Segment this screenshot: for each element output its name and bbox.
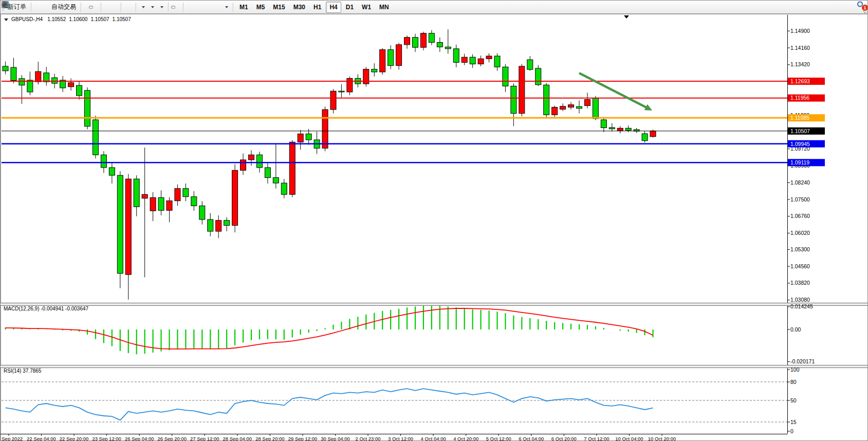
- svg-text:0.014245: 0.014245: [790, 303, 813, 309]
- macd-main-value: -0.004941: [41, 306, 64, 311]
- hline-button[interactable]: [191, 6, 195, 9]
- svg-text:27 Sep 12:00: 27 Sep 12:00: [190, 436, 219, 441]
- chevron-down-icon[interactable]: [151, 6, 154, 8]
- indicators-button[interactable]: [139, 5, 147, 10]
- templates-button[interactable]: [157, 5, 165, 10]
- autoscroll-button[interactable]: [124, 6, 128, 9]
- svg-text:2 Oct 23:00: 2 Oct 23:00: [355, 436, 380, 441]
- svg-text:1.03080: 1.03080: [790, 297, 810, 303]
- chevron-down-icon[interactable]: [225, 6, 228, 8]
- svg-text:1.06020: 1.06020: [790, 230, 810, 236]
- symbol-period-label: GBPUSD-,H4: [11, 16, 43, 22]
- svg-text:21 Sep 2022: 21 Sep 2022: [1, 436, 23, 441]
- autotrading-button[interactable]: 自动交易: [49, 1, 78, 13]
- chart-canvas[interactable]: 1.149001.141601.134201.112001.097201.089…: [1, 14, 868, 441]
- signals-button[interactable]: [44, 6, 48, 9]
- line-chart-button[interactable]: [94, 6, 98, 9]
- candlestick-button[interactable]: [89, 6, 93, 9]
- toolbar-separator: [183, 3, 183, 12]
- chart-ohlc-readout: GBPUSD-,H41.105521.106001.105071.10507: [4, 16, 134, 22]
- tf-m30[interactable]: M30: [290, 2, 309, 13]
- chevron-down-icon[interactable]: [142, 6, 145, 8]
- tf-w1[interactable]: W1: [358, 2, 375, 13]
- hammer-button[interactable]: [34, 6, 38, 9]
- cursor-button[interactable]: [171, 6, 175, 9]
- mt4-application-window: 新订单自动交易EFATM1M5M15M30H1H4D1W1MN1 1.14900…: [0, 0, 868, 441]
- vline-button[interactable]: [186, 6, 190, 9]
- chat-button[interactable]: 1: [862, 6, 866, 9]
- collapse-ohlc-icon[interactable]: [4, 19, 8, 21]
- tf-m5[interactable]: M5: [253, 2, 269, 13]
- svg-text:1.09945: 1.09945: [790, 141, 810, 147]
- svg-text:-0.020171: -0.020171: [790, 358, 815, 364]
- svg-text:0: 0: [790, 428, 793, 434]
- svg-text:28 Sep 04:00: 28 Sep 04:00: [223, 436, 252, 441]
- svg-text:10 Oct 04:00: 10 Oct 04:00: [615, 436, 643, 441]
- toolbar-separator: [31, 3, 31, 12]
- price-badge-1.11085: 1.11085: [788, 114, 825, 121]
- svg-text:7 Oct 12:00: 7 Oct 12:00: [584, 436, 609, 441]
- tf-m1[interactable]: M1: [236, 2, 252, 13]
- svg-text:26 Sep 20:00: 26 Sep 20:00: [157, 436, 187, 441]
- price-badge-1.12693: 1.12693: [788, 78, 825, 85]
- svg-text:100: 100: [790, 366, 800, 373]
- price-badge-1.09119: 1.09119: [788, 159, 825, 166]
- tf-h4[interactable]: H4: [326, 2, 341, 13]
- low-value: 1.10507: [90, 16, 109, 22]
- notification-badge: 1: [861, 4, 868, 11]
- svg-text:1.11956: 1.11956: [790, 95, 809, 101]
- zoom-in-button[interactable]: [104, 6, 108, 9]
- high-value: 1.10600: [69, 16, 87, 22]
- chevron-down-icon[interactable]: [160, 6, 163, 8]
- svg-text:1.07500: 1.07500: [790, 196, 810, 203]
- tf-mn[interactable]: MN: [376, 2, 393, 13]
- svg-text:1.06760: 1.06760: [790, 213, 810, 219]
- rsi-value: 37.7865: [23, 368, 41, 374]
- price-badge-1.09945: 1.09945: [788, 140, 825, 148]
- svg-text:26 Sep 04:00: 26 Sep 04:00: [125, 436, 154, 441]
- toolbar-separator: [101, 3, 101, 12]
- text-button[interactable]: A: [212, 6, 216, 9]
- tf-m15[interactable]: M15: [269, 2, 288, 13]
- search-button[interactable]: [857, 6, 861, 9]
- svg-text:50: 50: [790, 397, 797, 403]
- close-value: 1.10507: [113, 16, 131, 22]
- toolbar-separator: [233, 3, 233, 12]
- fibonacci-button[interactable]: F: [207, 6, 211, 9]
- svg-text:10 Oct 20:00: 10 Oct 20:00: [648, 436, 676, 441]
- periods-button[interactable]: [148, 5, 156, 10]
- shapes-icon: [1, 1, 9, 9]
- pane-separator[interactable]: [1, 365, 868, 368]
- chart-window[interactable]: 1.149001.141601.134201.112001.097201.089…: [1, 14, 868, 441]
- macd-indicator-label: MACD(12,26,9) -0.004941 -0.003647: [4, 306, 88, 311]
- svg-text:1.11085: 1.11085: [790, 115, 809, 121]
- svg-text:1.14900: 1.14900: [790, 28, 810, 34]
- bar-chart-button[interactable]: [84, 6, 88, 9]
- svg-text:1.10507: 1.10507: [790, 128, 810, 134]
- svg-text:4 Oct 20:00: 4 Oct 20:00: [453, 436, 478, 441]
- svg-text:28 Sep 20:00: 28 Sep 20:00: [255, 436, 285, 441]
- svg-text:1.03820: 1.03820: [790, 280, 810, 286]
- channel-button[interactable]: E: [201, 6, 206, 9]
- toolbar-separator: [121, 3, 121, 12]
- zoom-out-button[interactable]: [109, 6, 113, 9]
- toolbar-separator: [81, 3, 81, 12]
- profile-button[interactable]: [39, 6, 43, 9]
- tf-h1[interactable]: H1: [310, 2, 325, 13]
- svg-text:1.04560: 1.04560: [790, 263, 810, 269]
- tile-windows-button[interactable]: [114, 6, 118, 9]
- svg-text:0.00: 0.00: [790, 326, 801, 333]
- arrows-button[interactable]: [222, 5, 230, 10]
- chart-shift-button[interactable]: [129, 6, 133, 9]
- svg-text:30 Sep 04:00: 30 Sep 04:00: [321, 436, 350, 441]
- svg-text:1.12693: 1.12693: [790, 78, 810, 84]
- svg-text:22 Sep 04:00: 22 Sep 04:00: [27, 436, 56, 441]
- crosshair-button[interactable]: [176, 6, 180, 9]
- macd-signal-value: -0.003647: [65, 306, 88, 311]
- pane-separator[interactable]: [1, 303, 868, 306]
- trendline-button[interactable]: [196, 6, 200, 9]
- svg-text:29 Sep 12:00: 29 Sep 12:00: [288, 436, 318, 441]
- tf-d1[interactable]: D1: [342, 2, 357, 13]
- label-button[interactable]: T: [217, 6, 221, 9]
- svg-text:6 Oct 04:00: 6 Oct 04:00: [519, 436, 544, 441]
